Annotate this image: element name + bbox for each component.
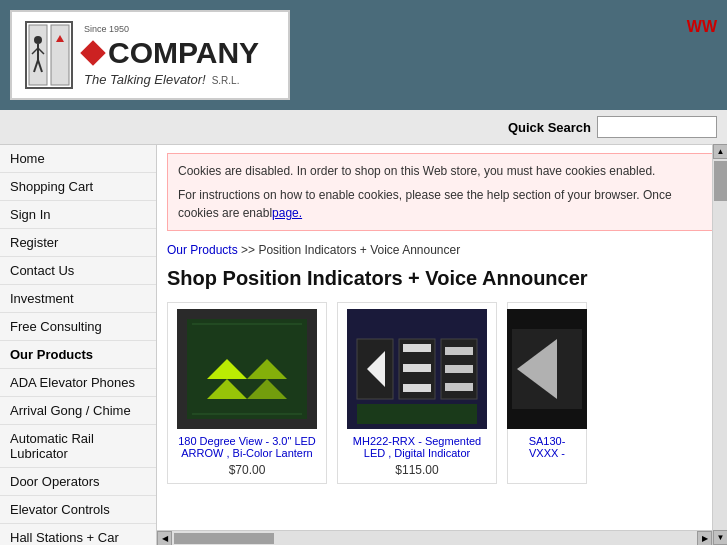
product-card-1: 180 Degree View - 3.0" LED ARROW , Bi-Co…	[167, 302, 327, 484]
sidebar-item-sign-in[interactable]: Sign In	[0, 201, 156, 229]
sidebar-item-arrival-gong[interactable]: Arrival Gong / Chime	[0, 397, 156, 425]
sidebar-item-shopping-cart[interactable]: Shopping Cart	[0, 173, 156, 201]
product-name-1[interactable]: 180 Degree View - 3.0" LED ARROW , Bi-Co…	[174, 435, 320, 459]
shop-title: Shop Position Indicators + Voice Announc…	[157, 261, 727, 296]
diamond-icon	[80, 40, 105, 65]
search-label: Quick Search	[508, 120, 591, 135]
svg-rect-26	[445, 347, 473, 355]
product-name-3[interactable]: SA130-VXXX -	[514, 435, 580, 459]
ww-text: WW	[687, 8, 717, 36]
breadcrumb-current: Position Indicators + Voice Announcer	[258, 243, 460, 257]
svg-rect-25	[403, 384, 431, 392]
company-name: COMPANY	[108, 36, 259, 70]
product-image-3	[507, 309, 587, 429]
svg-point-3	[34, 36, 42, 44]
logo-text-area: Since 1950 COMPANY The Talking Elevator!…	[84, 24, 259, 87]
logo-elevator-icon	[24, 20, 74, 90]
svg-rect-23	[403, 344, 431, 352]
search-input[interactable]	[597, 116, 717, 138]
products-grid: 180 Degree View - 3.0" LED ARROW , Bi-Co…	[157, 296, 727, 490]
sidebar-item-register[interactable]: Register	[0, 229, 156, 257]
hscroll-track	[172, 531, 697, 546]
sidebar-item-free-consulting[interactable]: Free Consulting	[0, 313, 156, 341]
product-card-2: MH222-RRX - Segmented LED , Digital Indi…	[337, 302, 497, 484]
content-area: Cookies are disabled. In order to shop o…	[157, 145, 727, 545]
product-image-2	[347, 309, 487, 429]
sidebar-item-ada-elevator-phones[interactable]: ADA Elevator Phones	[0, 369, 156, 397]
svg-rect-2	[51, 25, 69, 85]
scroll-down-button[interactable]: ▼	[713, 530, 727, 545]
scroll-up-button[interactable]: ▲	[713, 144, 727, 159]
sidebar: Home Shopping Cart Sign In Register Cont…	[0, 145, 157, 545]
product-price-2: $115.00	[395, 463, 438, 477]
cookie-line1: Cookies are disabled. In order to shop o…	[178, 162, 706, 180]
header: Since 1950 COMPANY The Talking Elevator!…	[0, 0, 727, 110]
sidebar-item-hall-stations[interactable]: Hall Stations + Car Panels	[0, 524, 156, 545]
logo-box: Since 1950 COMPANY The Talking Elevator!…	[10, 10, 290, 100]
tagline: The Talking Elevator!	[84, 72, 206, 87]
scroll-left-button[interactable]: ◀	[157, 531, 172, 546]
svg-rect-24	[403, 364, 431, 372]
product-card-3: SA130-VXXX -	[507, 302, 587, 484]
svg-rect-29	[357, 404, 477, 424]
breadcrumb-separator: >>	[241, 243, 255, 257]
sidebar-item-door-operators[interactable]: Door Operators	[0, 468, 156, 496]
svg-rect-27	[445, 365, 473, 373]
since-text: Since 1950	[84, 24, 259, 34]
scroll-right-button[interactable]: ▶	[697, 531, 712, 546]
scroll-thumb[interactable]	[714, 161, 727, 201]
vertical-scrollbar[interactable]: ▲ ▼	[712, 144, 727, 545]
horizontal-scrollbar[interactable]: ◀ ▶	[157, 530, 712, 545]
breadcrumb: Our Products >> Position Indicators + Vo…	[157, 239, 727, 261]
product-price-1: $70.00	[229, 463, 266, 477]
cookie-page-link[interactable]: page.	[272, 206, 302, 220]
hscroll-thumb[interactable]	[174, 533, 274, 544]
sidebar-item-elevator-controls[interactable]: Elevator Controls	[0, 496, 156, 524]
sidebar-item-contact-us[interactable]: Contact Us	[0, 257, 156, 285]
sidebar-item-home[interactable]: Home	[0, 145, 156, 173]
breadcrumb-link[interactable]: Our Products	[167, 243, 238, 257]
svg-rect-11	[187, 319, 307, 419]
product-name-2[interactable]: MH222-RRX - Segmented LED , Digital Indi…	[344, 435, 490, 459]
srl-text: S.R.L.	[212, 75, 240, 86]
search-bar: Quick Search	[0, 110, 727, 145]
product-image-1	[177, 309, 317, 429]
cookie-line2: For instructions on how to enable cookie…	[178, 186, 706, 222]
sidebar-item-investment[interactable]: Investment	[0, 285, 156, 313]
cookie-warning: Cookies are disabled. In order to shop o…	[167, 153, 717, 231]
sidebar-section-our-products: Our Products	[0, 341, 156, 369]
main-layout: Home Shopping Cart Sign In Register Cont…	[0, 145, 727, 545]
sidebar-item-auto-rail-lubricator[interactable]: Automatic Rail Lubricator	[0, 425, 156, 468]
svg-rect-28	[445, 383, 473, 391]
